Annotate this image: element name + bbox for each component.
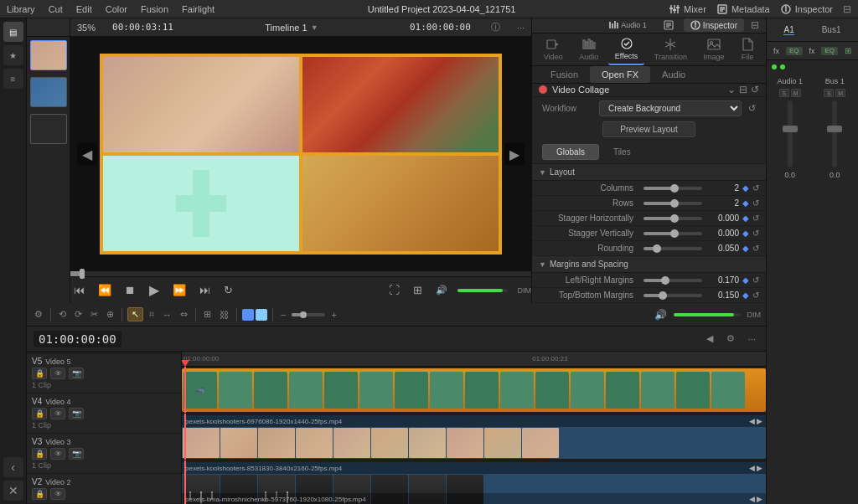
tl-snap-btn[interactable]: ⊞ <box>201 307 214 321</box>
tab-fusion[interactable]: Fusion <box>539 66 590 83</box>
param-stagger-h-reset[interactable]: ↺ <box>752 213 759 223</box>
fullscreen-btn[interactable]: ⛶ <box>385 282 403 298</box>
margins-section-header[interactable]: ▼ Margins and Spacing <box>532 256 766 273</box>
playhead-thumb[interactable] <box>80 269 85 279</box>
effect-active-dot[interactable] <box>539 85 547 94</box>
tab-open-fx[interactable]: Open FX <box>590 66 650 83</box>
tl-insert-btn[interactable]: ⊕ <box>104 307 116 321</box>
viewer-more-btn[interactable]: ⊞ <box>410 282 426 298</box>
tab-audio-fx[interactable]: Audio <box>650 66 697 83</box>
param-stagger-v-reset[interactable]: ↺ <box>752 229 759 238</box>
tl-redo-btn[interactable]: ⟳ <box>72 307 85 321</box>
effect-reset-btn[interactable]: ↺ <box>751 84 759 95</box>
next-frame-ctrl-btn[interactable]: ⏩ <box>169 282 189 298</box>
viewer-vol-icon[interactable]: 🔊 <box>436 285 447 296</box>
tab-image[interactable]: Image <box>697 34 731 64</box>
menu-library[interactable]: Library <box>7 4 35 14</box>
viewer-more-icon[interactable]: ··· <box>517 23 525 33</box>
tl-zoom-out-btn[interactable]: − <box>278 308 288 321</box>
param-columns-slider[interactable] <box>644 187 702 190</box>
audio1-m-btn[interactable]: M <box>791 89 801 97</box>
loop-btn[interactable]: ↻ <box>220 282 236 298</box>
audio1-fader-track[interactable] <box>788 100 793 167</box>
tl-color-light[interactable] <box>256 309 267 321</box>
v5-clip[interactable]: 📹 <box>182 368 766 412</box>
v4-clip[interactable]: pexels-koolshooters-6976086-1920x1440-25… <box>182 415 766 459</box>
menu-fusion[interactable]: Fusion <box>141 4 168 14</box>
effects-library-icon[interactable]: ★ <box>3 45 23 65</box>
track-v3-cam[interactable]: 📷 <box>69 448 84 460</box>
play-btn[interactable]: ▶ <box>146 280 163 300</box>
mixer-top-btn[interactable]: Audio 1 <box>602 18 654 32</box>
mixer-level-icon[interactable]: ⊞ <box>845 46 851 55</box>
param-rows-reset[interactable]: ↺ <box>752 198 759 208</box>
tab-transition[interactable]: Transition <box>648 34 694 64</box>
effect-delete-btn[interactable]: ⊟ <box>739 84 747 95</box>
tl-slip-btn[interactable]: ⇔ <box>178 307 190 321</box>
tl-range-btn[interactable]: ↔ <box>160 308 174 321</box>
track-v2-eye[interactable]: 👁 <box>50 488 65 500</box>
skip-to-end-btn[interactable]: ⏭ <box>196 282 214 298</box>
next-frame-btn[interactable]: ▶ <box>504 143 525 166</box>
tl-zoom-slider[interactable] <box>292 313 325 316</box>
track-v5-eye[interactable]: 👁 <box>50 368 65 379</box>
menu-fairlight[interactable]: Fairlight <box>182 4 214 14</box>
tab-effects[interactable]: Effects <box>608 33 644 65</box>
track-v4-cam[interactable]: 📷 <box>69 408 84 419</box>
tl-settings2-btn[interactable]: ⚙ <box>723 332 738 346</box>
effect-chevron-btn[interactable]: ⌄ <box>727 84 736 95</box>
panel-toggle[interactable]: ⊟ <box>843 3 851 15</box>
track-row-v3[interactable]: pexels-koolshooters-8531830-3840x2160-25… <box>182 460 766 504</box>
bus1-fader-thumb[interactable] <box>827 126 842 132</box>
media-thumb-1[interactable] <box>30 40 67 70</box>
bus1-m-btn[interactable]: M <box>835 89 845 97</box>
tl-link-btn[interactable]: ⛓ <box>217 308 231 321</box>
prev-frame-btn[interactable]: ◀ <box>77 143 97 166</box>
param-rounding-keyframe[interactable]: ◆ <box>742 244 749 253</box>
param-tb-margins-slider[interactable] <box>644 294 702 297</box>
media-thumb-3[interactable] <box>30 114 67 144</box>
track-v3-eye[interactable]: 👁 <box>50 448 65 460</box>
param-tb-reset[interactable]: ↺ <box>752 291 759 300</box>
track-v2-lock[interactable]: 🔒 <box>32 488 47 500</box>
track-v4-eye[interactable]: 👁 <box>50 408 65 419</box>
tl-vol-slider[interactable] <box>674 313 741 316</box>
menu-edit[interactable]: Edit <box>76 4 92 14</box>
edit-index-icon[interactable]: ≡ <box>3 69 23 89</box>
tl-cut-btn[interactable]: ✂ <box>88 307 101 321</box>
bus1-fader-track[interactable] <box>832 100 837 167</box>
param-stagger-v-slider[interactable] <box>644 232 702 235</box>
param-columns-reset[interactable]: ↺ <box>752 183 759 193</box>
menu-cut[interactable]: Cut <box>49 4 63 14</box>
metadata-btn[interactable]: Metadata <box>716 3 770 15</box>
layout-section-header[interactable]: ▼ Layout <box>532 164 766 181</box>
viewer-info-icon[interactable]: ⓘ <box>491 21 500 33</box>
tl-prev-btn[interactable]: ◀ <box>703 332 716 346</box>
param-rounding-slider[interactable] <box>644 247 702 250</box>
panel-expand-btn[interactable]: ⊟ <box>751 19 759 31</box>
param-stagger-h-keyframe[interactable]: ◆ <box>742 213 749 223</box>
param-stagger-h-slider[interactable] <box>644 217 702 220</box>
param-rounding-reset[interactable]: ↺ <box>752 244 759 253</box>
expand-icon[interactable]: ✕ <box>3 481 23 501</box>
tl-settings-btn[interactable]: ⚙ <box>32 307 45 321</box>
param-rows-keyframe[interactable]: ◆ <box>742 198 749 208</box>
param-tb-keyframe[interactable]: ◆ <box>742 291 749 300</box>
mixer-bus1-tab[interactable]: Bus1 <box>822 25 841 34</box>
track-row-v5[interactable]: 📹 <box>182 367 766 414</box>
tab-audio[interactable]: Audio <box>572 34 605 64</box>
param-rows-slider[interactable] <box>644 202 702 205</box>
tl-undo-btn[interactable]: ⟲ <box>56 307 69 321</box>
tl-more-btn[interactable]: ··· <box>745 332 759 346</box>
inspector-btn[interactable]: Inspector <box>780 3 833 15</box>
track-v4-lock[interactable]: 🔒 <box>32 408 47 419</box>
preview-layout-btn[interactable]: Preview Layout <box>602 121 695 137</box>
tiles-btn[interactable]: Tiles <box>599 144 645 160</box>
stop-btn[interactable]: ⏹ <box>121 282 139 298</box>
prev-frame-ctrl-btn[interactable]: ⏪ <box>95 282 115 298</box>
skip-to-start-btn[interactable]: ⏮ <box>70 277 88 304</box>
track-row-v4[interactable]: pexels-koolshooters-6976086-1920x1440-25… <box>182 414 766 460</box>
tl-blade-btn[interactable]: ⌗ <box>147 307 157 321</box>
tl-zoom-thumb[interactable] <box>300 311 307 318</box>
tab-file[interactable]: File <box>734 34 761 64</box>
